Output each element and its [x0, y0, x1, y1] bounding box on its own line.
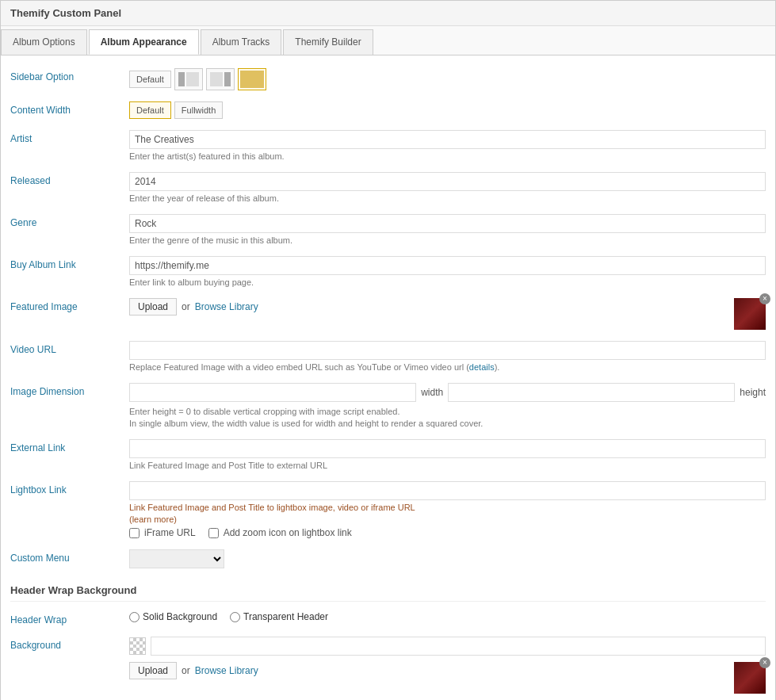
bg-upload-btn[interactable]: Upload: [129, 662, 177, 679]
content-width-options: Default Fullwidth: [129, 101, 766, 119]
lightbox-link-hint2: (learn more): [129, 514, 766, 524]
tab-bar: Album Options Album Appearance Album Tra…: [1, 26, 775, 55]
bg-color-input[interactable]: [151, 637, 766, 656]
image-dimension-field: width height Enter height = 0 to disable…: [129, 383, 766, 428]
bg-image-controls: Upload or Browse Library: [129, 662, 432, 679]
artist-label: Artist: [10, 130, 129, 144]
layout-full-icon: [240, 71, 264, 88]
video-url-hint-prefix: Replace Featured Image with a video embe…: [129, 362, 469, 372]
tab-themify-builder[interactable]: Themify Builder: [283, 29, 373, 55]
background-field: Upload or Browse Library ×: [129, 637, 766, 694]
content-width-label: Content Width: [10, 101, 129, 116]
featured-upload-btn[interactable]: Upload: [129, 298, 177, 316]
lightbox-hint-text: Link Featured Image and Post Title to li…: [129, 503, 415, 512]
bg-color-swatch[interactable]: [129, 637, 146, 655]
artist-row: Artist Enter the artist(s) featured in t…: [10, 130, 766, 161]
bg-browse-link[interactable]: Browse Library: [195, 665, 258, 676]
genre-hint: Enter the genre of the music in this alb…: [129, 235, 766, 245]
video-url-details-link[interactable]: details: [469, 362, 495, 372]
genre-input[interactable]: [129, 214, 766, 233]
transparent-header-label: Transparent Header: [243, 611, 328, 622]
buy-album-label: Buy Album Link: [10, 256, 129, 270]
tab-album-tracks[interactable]: Album Tracks: [201, 29, 282, 55]
featured-image-field: Upload or Browse Library ×: [129, 298, 766, 330]
released-field: Enter the year of release of this album.: [129, 172, 766, 203]
video-url-hint: Replace Featured Image with a video embe…: [129, 362, 766, 372]
cw-default-btn[interactable]: Default: [129, 101, 171, 119]
sidebar-default-btn[interactable]: Default: [129, 71, 171, 88]
lightbox-link-label: Lightbox Link: [10, 481, 129, 495]
dimension-inputs: width height: [129, 383, 766, 402]
lightbox-learn-more-link[interactable]: learn more: [132, 514, 174, 524]
bg-color-row: [129, 637, 766, 656]
solid-bg-radio[interactable]: [129, 612, 140, 622]
sidebar-right-btn[interactable]: [206, 68, 235, 90]
panel-title: Themify Custom Panel: [1, 1, 775, 26]
solid-bg-label: Solid Background: [143, 611, 217, 622]
released-input[interactable]: [129, 172, 766, 191]
lightbox-link-input[interactable]: [129, 481, 766, 500]
header-wrap-field: Solid Background Transparent Header: [129, 611, 766, 622]
height-label: height: [740, 387, 766, 398]
transparent-header-radio[interactable]: [230, 612, 240, 622]
sidebar-left-btn[interactable]: [174, 68, 203, 90]
featured-image-thumbnail: ×: [734, 298, 766, 330]
sidebar-full-btn[interactable]: [238, 68, 266, 90]
buy-album-row: Buy Album Link Enter link to album buyin…: [10, 256, 766, 287]
custom-panel: Themify Custom Panel Album Options Album…: [0, 0, 776, 700]
custom-menu-label: Custom Menu: [10, 549, 129, 564]
bg-upload-controls: Upload or Browse Library: [129, 662, 432, 679]
custom-menu-field: [129, 549, 766, 568]
tab-album-options[interactable]: Album Options: [1, 29, 87, 55]
artist-hint: Enter the artist(s) featured in this alb…: [129, 151, 766, 161]
content-width-field: Default Fullwidth: [129, 101, 766, 119]
lightbox-link-hint1: Link Featured Image and Post Title to li…: [129, 503, 766, 512]
sidebar-option-field: Default: [129, 68, 766, 90]
background-label: Background: [10, 637, 129, 651]
video-url-input[interactable]: [129, 341, 766, 360]
external-link-row: External Link Link Featured Image and Po…: [10, 439, 766, 470]
iframe-url-checkbox[interactable]: [129, 528, 140, 538]
featured-image-controls: Upload or Browse Library: [129, 298, 432, 316]
buy-album-hint: Enter link to album buying page.: [129, 277, 766, 287]
artist-field: Enter the artist(s) featured in this alb…: [129, 130, 766, 161]
layout-left-icon: [177, 71, 201, 88]
featured-thumb-remove-btn[interactable]: ×: [759, 293, 770, 304]
bg-thumb-remove-btn[interactable]: ×: [759, 657, 770, 668]
buy-album-field: Enter link to album buying page.: [129, 256, 766, 287]
header-wrap-bg-title: Header Wrap Background: [10, 584, 766, 602]
solid-bg-option[interactable]: Solid Background: [129, 611, 217, 622]
zoom-icon-checkbox[interactable]: [208, 528, 219, 538]
transparent-header-option[interactable]: Transparent Header: [230, 611, 328, 622]
zoom-icon-label: Add zoom icon on lightbox link: [224, 527, 352, 538]
content-width-row: Content Width Default Fullwidth: [10, 101, 766, 119]
image-dimension-label: Image Dimension: [10, 383, 129, 397]
tab-album-appearance[interactable]: Album Appearance: [89, 29, 199, 55]
custom-menu-row: Custom Menu: [10, 549, 766, 568]
layout-right-icon: [208, 71, 232, 88]
background-row: Background Upload or Browse Library: [10, 637, 766, 694]
external-link-label: External Link: [10, 439, 129, 453]
released-hint: Enter the year of release of this album.: [129, 193, 766, 203]
sidebar-option-row: Sidebar Option Default: [10, 68, 766, 90]
external-link-input[interactable]: [129, 439, 766, 458]
header-wrap-label: Header Wrap: [10, 611, 129, 625]
featured-browse-link[interactable]: Browse Library: [195, 301, 258, 312]
width-input[interactable]: [129, 383, 416, 402]
bg-image-thumbnail: ×: [734, 662, 766, 694]
header-wrap-row: Header Wrap Solid Background Transparent…: [10, 611, 766, 625]
bg-or-text: or: [182, 665, 190, 676]
external-link-hint: Link Featured Image and Post Title to ex…: [129, 461, 766, 470]
featured-upload-row: Upload or Browse Library: [129, 298, 432, 316]
custom-menu-select[interactable]: [129, 549, 224, 568]
bg-upload-row: Upload or Browse Library ×: [129, 662, 766, 694]
artist-input[interactable]: [129, 130, 766, 149]
external-link-field: Link Featured Image and Post Title to ex…: [129, 439, 766, 470]
featured-image-label: Featured Image: [10, 298, 129, 312]
cw-fullwidth-btn[interactable]: Fullwidth: [174, 101, 223, 119]
tab-content: Sidebar Option Default: [1, 55, 775, 700]
genre-label: Genre: [10, 214, 129, 228]
iframe-url-label: iFrame URL: [144, 527, 196, 538]
height-input[interactable]: [448, 383, 735, 402]
buy-album-input[interactable]: [129, 256, 766, 275]
